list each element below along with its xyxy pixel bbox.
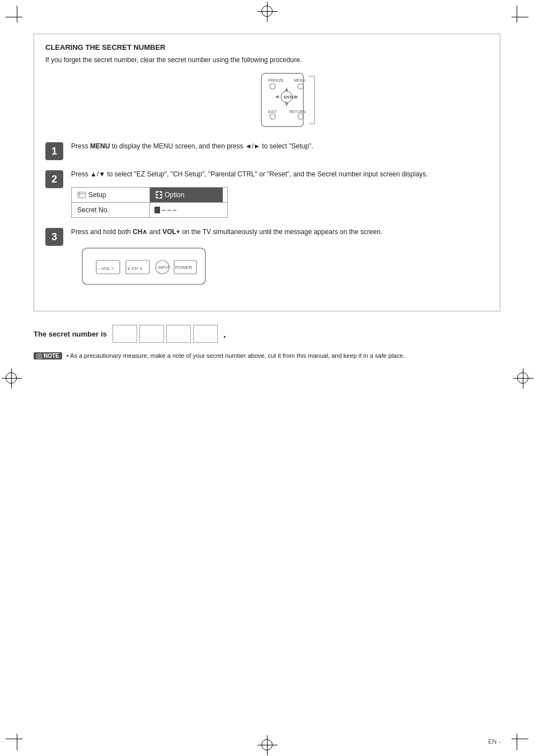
note-content: As a precautionary measure, make a note … (70, 352, 405, 359)
reg-mark-left (6, 372, 17, 384)
tv-buttons-container: – VOL + ∨ CH ∧ INPUT POWER (71, 242, 489, 293)
svg-rect-24 (156, 194, 158, 195)
menu-cell-option: Option (150, 188, 223, 202)
crop-mark-bl-v (17, 734, 17, 750)
input-dash-3: – (172, 205, 176, 215)
step-3-row: 3 Press and hold both CH∧ and VOL+ on th… (45, 227, 489, 293)
remote-control-svg: FREEZE MENU ENTER (228, 71, 329, 132)
svg-point-14 (298, 114, 303, 119)
input-dash-1: – (162, 205, 166, 215)
option-icon (156, 191, 162, 199)
svg-text:POWER: POWER (175, 265, 192, 270)
intro-text: If you forget the secret number, clear t… (45, 56, 489, 64)
secret-number-label: The secret number is (34, 330, 107, 338)
step-1-number: 1 (45, 142, 63, 160)
step-3-content: Press and hold both CH∧ and VOL+ on the … (71, 227, 489, 293)
section-title: CLEARING THE SECRET NUMBER (45, 43, 489, 52)
secret-number-boxes (113, 325, 218, 343)
page-number: EN - (488, 738, 500, 745)
svg-marker-6 (275, 95, 279, 99)
menu-setup-label: Setup (88, 190, 106, 200)
svg-rect-22 (156, 192, 158, 193)
note-icon (36, 353, 42, 359)
reg-mark-right (517, 372, 528, 384)
secret-box-4 (193, 325, 218, 343)
note-label: NOTE (44, 353, 59, 359)
menu-cell-input: – – – (150, 203, 181, 217)
svg-rect-27 (160, 197, 162, 198)
svg-rect-18 (78, 192, 86, 198)
note-badge: NOTE (34, 352, 62, 360)
step-2-row: 2 Press ▲/▼ to select "EZ Setup", "CH Se… (45, 169, 489, 218)
crop-mark-br-v (517, 734, 517, 750)
step-1-text: Press MENU to display the MENU screen, a… (71, 141, 489, 151)
reg-mark-top (261, 6, 273, 17)
tv-buttons-svg: – VOL + ∨ CH ∧ INPUT POWER (71, 242, 217, 293)
note-section: NOTE • As a precautionary measure, make … (34, 352, 500, 360)
svg-marker-10 (285, 102, 288, 106)
svg-rect-23 (160, 192, 162, 193)
page-content: CLEARING THE SECRET NUMBER If you forget… (34, 34, 500, 722)
step-3-number: 3 (45, 228, 63, 246)
svg-text:∨ CH ∧: ∨ CH ∧ (127, 266, 143, 271)
svg-text:INPUT: INPUT (158, 265, 171, 269)
secret-box-3 (166, 325, 191, 343)
step-2-content: Press ▲/▼ to select "EZ Setup", "CH Setu… (71, 169, 489, 218)
menu-row-1: Setup (72, 188, 227, 202)
svg-rect-25 (160, 194, 162, 195)
step-2-text: Press ▲/▼ to select "EZ Setup", "CH Setu… (71, 169, 489, 179)
reg-mark-bottom (261, 739, 273, 750)
step-1-row: 1 Press MENU to display the MENU screen,… (45, 141, 489, 160)
step-1-content: Press MENU to display the MENU screen, a… (71, 141, 489, 156)
crop-mark-tr-h (512, 17, 528, 17)
secret-box-2 (139, 325, 164, 343)
menu-illustration: Setup (71, 187, 228, 218)
setup-icon (77, 191, 86, 199)
svg-text:– VOL +: – VOL + (97, 266, 114, 271)
svg-text:MENU: MENU (294, 78, 306, 82)
instruction-box: CLEARING THE SECRET NUMBER If you forget… (34, 34, 500, 311)
secret-number-section: The secret number is . (34, 325, 500, 343)
crop-mark-bl-h (6, 739, 22, 739)
crop-mark-tl-v (17, 6, 17, 22)
menu-row-2: Secret No. – – – (72, 202, 227, 217)
secret-period: . (223, 329, 226, 340)
svg-rect-26 (156, 197, 158, 198)
secret-box-1 (113, 325, 137, 343)
page-number-text: EN - (488, 738, 500, 745)
step-2-number: 2 (45, 170, 63, 188)
svg-point-4 (298, 83, 303, 89)
input-block (154, 207, 160, 213)
menu-cell-setup: Setup (72, 188, 150, 202)
input-dash-2: – (167, 205, 171, 215)
menu-option-label: Option (165, 190, 184, 200)
step-3-text: Press and hold both CH∧ and VOL+ on the … (71, 227, 489, 237)
svg-text:EXIT: EXIT (268, 110, 277, 114)
svg-point-2 (270, 83, 275, 89)
crop-mark-br-h (512, 739, 528, 739)
svg-point-12 (270, 114, 275, 119)
crop-mark-tr-v (517, 6, 517, 22)
svg-rect-36 (37, 354, 41, 358)
remote-illustration-container: FREEZE MENU ENTER (68, 71, 489, 132)
svg-marker-5 (285, 87, 288, 91)
crop-mark-tl-h (6, 17, 22, 17)
menu-cell-secretno: Secret No. (72, 203, 150, 217)
note-text: • As a precautionary measure, make a not… (67, 352, 405, 360)
svg-text:FREEZE: FREEZE (268, 78, 284, 82)
svg-text:RETURN: RETURN (289, 110, 306, 114)
